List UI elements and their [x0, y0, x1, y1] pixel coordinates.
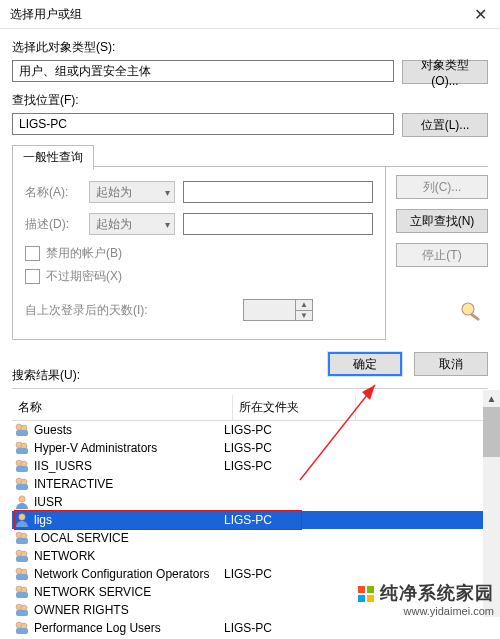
- titlebar: 选择用户或组 ✕: [0, 0, 500, 29]
- row-name: Guests: [34, 423, 224, 437]
- svg-point-15: [19, 514, 25, 520]
- svg-rect-27: [16, 592, 28, 598]
- group-icon: [14, 422, 30, 438]
- name-label: 名称(A):: [25, 184, 81, 201]
- stop-button[interactable]: 停止(T): [396, 243, 488, 267]
- window-title: 选择用户或组: [10, 6, 82, 23]
- row-name: Hyper-V Administrators: [34, 441, 224, 455]
- disabled-accounts-checkbox[interactable]: [25, 246, 40, 261]
- svg-rect-10: [16, 466, 28, 472]
- group-icon: [14, 548, 30, 564]
- table-row[interactable]: Hyper-V AdministratorsLIGS-PC: [12, 439, 488, 457]
- nonexpire-password-checkbox[interactable]: [25, 269, 40, 284]
- query-panel: 名称(A): 起始为 ▾ 描述(D): 起始为 ▾ 禁用的帐户(B): [12, 167, 386, 340]
- chevron-down-icon: ▾: [165, 187, 170, 198]
- name-input[interactable]: [183, 181, 373, 203]
- columns-button[interactable]: 列(C)...: [396, 175, 488, 199]
- location-value: LIGS-PC: [12, 113, 394, 135]
- separator: [12, 388, 488, 389]
- spinner-buttons[interactable]: ▲ ▼: [295, 300, 312, 320]
- location-button[interactable]: 位置(L)...: [402, 113, 488, 137]
- row-name: IIS_IUSRS: [34, 459, 224, 473]
- watermark-text-2: www.yidaimei.com: [356, 605, 494, 617]
- group-icon: [14, 530, 30, 546]
- ok-button[interactable]: 确定: [328, 352, 402, 376]
- close-button[interactable]: ✕: [460, 0, 500, 28]
- scroll-up-icon[interactable]: ▲: [483, 390, 500, 407]
- svg-rect-36: [358, 586, 365, 593]
- col-name[interactable]: 名称: [12, 395, 233, 420]
- svg-rect-1: [470, 313, 480, 321]
- row-folder: LIGS-PC: [224, 459, 334, 473]
- spinner-up-icon[interactable]: ▲: [296, 300, 312, 311]
- object-type-button[interactable]: 对象类型(O)...: [402, 60, 488, 84]
- table-row[interactable]: NETWORK: [12, 547, 488, 565]
- desc-match-value: 起始为: [96, 216, 132, 233]
- table-row[interactable]: INTERACTIVE: [12, 475, 488, 493]
- name-match-value: 起始为: [96, 184, 132, 201]
- row-folder: LIGS-PC: [224, 423, 334, 437]
- group-icon: [14, 476, 30, 492]
- row-name: Network Configuration Operators: [34, 567, 224, 581]
- row-name: OWNER RIGHTS: [34, 603, 224, 617]
- table-row[interactable]: IUSR: [12, 493, 488, 511]
- table-row[interactable]: IIS_IUSRSLIGS-PC: [12, 457, 488, 475]
- table-row[interactable]: ligsLIGS-PC: [12, 511, 488, 529]
- group-icon: [14, 566, 30, 582]
- row-folder: LIGS-PC: [224, 567, 334, 581]
- svg-rect-30: [16, 610, 28, 616]
- group-icon: [14, 620, 30, 636]
- close-icon: ✕: [474, 5, 487, 24]
- row-folder: LIGS-PC: [224, 621, 334, 635]
- row-name: LOCAL SERVICE: [34, 531, 224, 545]
- object-type-label: 选择此对象类型(S):: [12, 39, 488, 56]
- table-row[interactable]: GuestsLIGS-PC: [12, 421, 488, 439]
- user-icon: [14, 494, 30, 510]
- cancel-button[interactable]: 取消: [414, 352, 488, 376]
- group-icon: [14, 584, 30, 600]
- svg-rect-21: [16, 556, 28, 562]
- svg-rect-33: [16, 628, 28, 634]
- desc-label: 描述(D):: [25, 216, 81, 233]
- desc-match-combo[interactable]: 起始为 ▾: [89, 213, 175, 235]
- scroll-thumb[interactable]: [483, 407, 500, 457]
- desc-input[interactable]: [183, 213, 373, 235]
- table-row[interactable]: Performance Log UsersLIGS-PC: [12, 619, 488, 637]
- days-spinner[interactable]: ▲ ▼: [243, 299, 313, 321]
- svg-point-14: [19, 496, 25, 502]
- group-icon: [14, 458, 30, 474]
- svg-rect-18: [16, 538, 28, 544]
- watermark-text-1: 纯净系统家园: [380, 583, 494, 603]
- user-icon: [14, 512, 30, 528]
- find-now-button[interactable]: 立即查找(N): [396, 209, 488, 233]
- disabled-accounts-label: 禁用的帐户(B): [46, 245, 122, 262]
- svg-rect-4: [16, 430, 28, 436]
- tab-strip: 一般性查询: [12, 145, 488, 167]
- col-folder[interactable]: 所在文件夹: [233, 395, 356, 420]
- results-header: 名称 所在文件夹: [12, 395, 488, 421]
- row-folder: LIGS-PC: [224, 441, 334, 455]
- object-type-value: 用户、组或内置安全主体: [12, 60, 394, 82]
- svg-rect-39: [367, 595, 374, 602]
- results-label: 搜索结果(U):: [12, 367, 80, 384]
- group-icon: [14, 602, 30, 618]
- name-match-combo[interactable]: 起始为 ▾: [89, 181, 175, 203]
- row-name: IUSR: [34, 495, 224, 509]
- row-name: NETWORK SERVICE: [34, 585, 224, 599]
- spinner-down-icon[interactable]: ▼: [296, 311, 312, 321]
- row-name: INTERACTIVE: [34, 477, 224, 491]
- svg-rect-24: [16, 574, 28, 580]
- row-name: NETWORK: [34, 549, 224, 563]
- svg-rect-7: [16, 448, 28, 454]
- svg-rect-38: [358, 595, 365, 602]
- chevron-down-icon: ▾: [165, 219, 170, 230]
- row-folder: LIGS-PC: [224, 513, 334, 527]
- row-name: ligs: [34, 513, 224, 527]
- svg-point-0: [462, 303, 474, 315]
- watermark: 纯净系统家园 www.yidaimei.com: [356, 581, 494, 617]
- table-row[interactable]: LOCAL SERVICE: [12, 529, 488, 547]
- row-name: Performance Log Users: [34, 621, 224, 635]
- search-icon: [458, 300, 486, 322]
- group-icon: [14, 440, 30, 456]
- days-since-login-label: 自上次登录后的天数(I):: [25, 302, 233, 319]
